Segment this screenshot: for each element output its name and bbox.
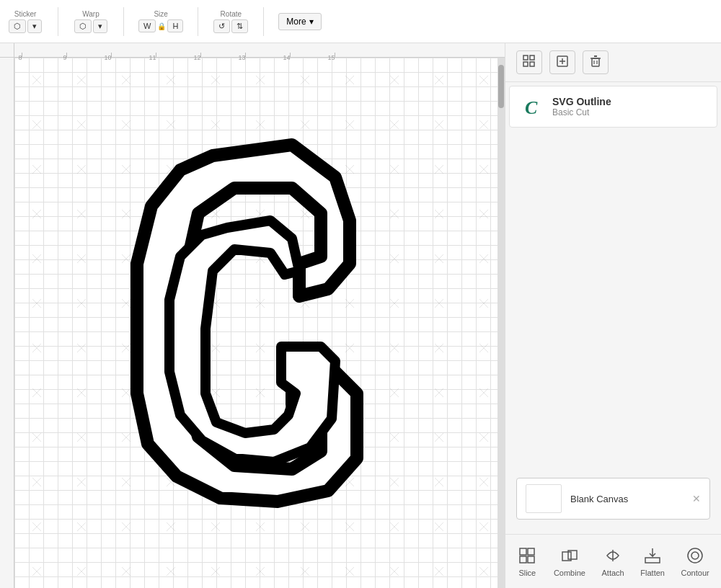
flatten-icon bbox=[642, 545, 663, 566]
ruler-mark-8: 8 bbox=[22, 53, 22, 57]
layer-info: SVG Outline Basic Cut bbox=[552, 96, 706, 117]
toolbar: Sticker ⬡ ▾ Warp ⬡ ▾ Size W 🔒 H Rotate ↺… bbox=[0, 0, 721, 43]
slice-button[interactable]: Slice bbox=[511, 542, 543, 581]
svg-point-26 bbox=[691, 552, 699, 559]
slice-label: Slice bbox=[518, 569, 536, 577]
divider-1 bbox=[58, 7, 58, 36]
svg-text:C: C bbox=[525, 97, 538, 117]
right-panel: Layers Color Sync ✕ bbox=[505, 0, 721, 588]
panel-tool-delete-btn[interactable] bbox=[583, 50, 609, 74]
sticker-controls: ⬡ ▾ bbox=[9, 19, 42, 33]
panel-actions: Slice Combine Attach bbox=[505, 534, 721, 588]
grid-icon bbox=[523, 55, 536, 68]
svg-rect-18 bbox=[520, 556, 526, 563]
rotate-btn[interactable]: ↺ bbox=[213, 19, 230, 33]
size-h-btn[interactable]: H bbox=[167, 19, 183, 32]
more-label: More bbox=[286, 17, 306, 27]
slice-icon bbox=[517, 545, 537, 566]
size-w-btn[interactable]: W bbox=[138, 19, 156, 32]
blank-canvas-area: Blank Canvas ✕ bbox=[505, 131, 721, 534]
sticker-dropdown[interactable]: ▾ bbox=[27, 19, 42, 33]
panel-tool-grid-btn[interactable] bbox=[516, 50, 542, 74]
contour-icon bbox=[685, 545, 705, 566]
c-letter-graphic[interactable] bbox=[126, 134, 386, 512]
size-controls: W 🔒 H bbox=[138, 19, 183, 32]
flatten-label: Flatten bbox=[640, 569, 665, 577]
attach-label: Attach bbox=[602, 569, 624, 577]
ruler-horizontal: 8 9 10 11 12 13 14 15 bbox=[14, 43, 505, 58]
ruler-corner bbox=[0, 43, 14, 58]
layer-c-icon: C bbox=[521, 96, 543, 117]
size-group: Size W 🔒 H bbox=[138, 10, 183, 32]
layer-icon: C bbox=[521, 95, 544, 118]
combine-icon bbox=[559, 545, 580, 566]
warp-btn[interactable]: ⬡ bbox=[74, 19, 92, 33]
svg-point-25 bbox=[688, 548, 702, 563]
sticker-btn[interactable]: ⬡ bbox=[9, 19, 26, 33]
warp-controls: ⬡ ▾ bbox=[74, 19, 107, 33]
grid-canvas bbox=[14, 58, 497, 588]
blank-canvas-thumbnail bbox=[526, 484, 562, 513]
layer-type: Basic Cut bbox=[552, 107, 706, 117]
svg-rect-24 bbox=[645, 558, 660, 563]
rotate-group: Rotate ↺ ⇅ bbox=[213, 10, 249, 33]
divider-4 bbox=[263, 7, 264, 36]
blank-canvas-close-icon[interactable]: ✕ bbox=[692, 493, 701, 504]
warp-group: Warp ⬡ ▾ bbox=[73, 10, 109, 33]
svg-rect-6 bbox=[530, 62, 534, 66]
rotate-controls: ↺ ⇅ bbox=[213, 19, 248, 33]
flatten-button[interactable]: Flatten bbox=[634, 542, 671, 581]
svg-rect-3 bbox=[523, 55, 528, 60]
sticker-label: Sticker bbox=[14, 10, 37, 18]
attach-button[interactable]: Attach bbox=[596, 542, 630, 581]
ruler-mark-14: 14 bbox=[290, 53, 291, 57]
scrollbar-vertical[interactable] bbox=[497, 58, 505, 588]
blank-canvas-item[interactable]: Blank Canvas ✕ bbox=[516, 478, 710, 520]
ruler-mark-9: 9 bbox=[66, 53, 67, 57]
warp-label: Warp bbox=[82, 10, 99, 18]
layer-item[interactable]: C SVG Outline Basic Cut bbox=[509, 86, 717, 128]
combine-label: Combine bbox=[554, 569, 585, 577]
contour-button[interactable]: Contour bbox=[676, 542, 715, 581]
rotate-label: Rotate bbox=[221, 10, 242, 18]
divider-3 bbox=[198, 7, 198, 36]
more-chevron-icon: ▾ bbox=[309, 17, 314, 27]
layer-name: SVG Outline bbox=[552, 96, 706, 107]
ruler-mark-10: 10 bbox=[111, 53, 112, 57]
svg-rect-5 bbox=[523, 62, 528, 66]
add-layer-icon bbox=[556, 55, 569, 68]
size-label: Size bbox=[154, 10, 167, 18]
svg-rect-16 bbox=[520, 548, 526, 555]
ruler-mark-13: 13 bbox=[245, 53, 246, 57]
canvas-area: 8 9 10 11 12 13 14 15 bbox=[0, 43, 505, 588]
ruler-vertical bbox=[0, 58, 14, 588]
lock-icon: 🔒 bbox=[157, 22, 166, 30]
panel-toolbar bbox=[505, 43, 721, 82]
divider-2 bbox=[123, 7, 124, 36]
svg-rect-10 bbox=[592, 58, 599, 66]
warp-dropdown[interactable]: ▾ bbox=[93, 19, 107, 33]
combine-button[interactable]: Combine bbox=[548, 542, 591, 581]
attach-icon bbox=[603, 545, 623, 566]
c-letter-svg bbox=[126, 134, 386, 509]
svg-rect-19 bbox=[528, 556, 534, 563]
ruler-mark-15: 15 bbox=[335, 53, 335, 57]
svg-rect-17 bbox=[528, 548, 534, 555]
delete-icon bbox=[589, 55, 602, 68]
scrollbar-thumb[interactable] bbox=[498, 65, 504, 108]
panel-tool-add-btn[interactable] bbox=[549, 50, 575, 74]
more-button[interactable]: More ▾ bbox=[278, 13, 321, 30]
ruler-mark-12: 12 bbox=[200, 53, 201, 57]
ruler-mark-11: 11 bbox=[156, 53, 156, 57]
sticker-group: Sticker ⬡ ▾ bbox=[7, 10, 43, 33]
contour-label: Contour bbox=[681, 569, 709, 577]
blank-canvas-label: Blank Canvas bbox=[570, 494, 628, 504]
svg-rect-4 bbox=[530, 55, 534, 60]
rotate-stepper[interactable]: ⇅ bbox=[231, 19, 248, 33]
